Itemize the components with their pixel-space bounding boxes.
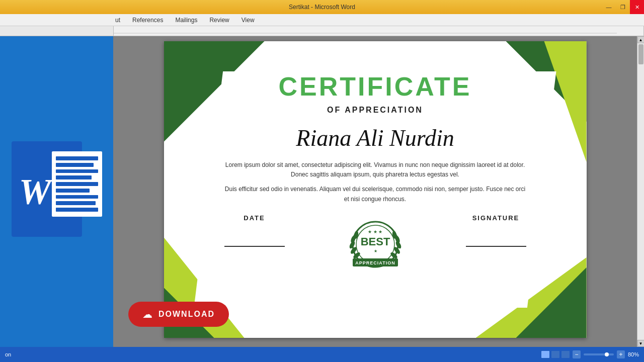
document-area: CERTIFICATE OF APPRECIATION Riana Ali Nu… bbox=[113, 36, 637, 347]
title-bar: Sertikat - Microsoft Word — ❐ ✕ bbox=[0, 0, 644, 14]
menu-references[interactable]: References bbox=[130, 17, 165, 24]
word-letter: W bbox=[19, 171, 51, 213]
svg-text:BEST: BEST bbox=[360, 235, 390, 248]
read-mode-icon[interactable] bbox=[551, 351, 559, 358]
close-button[interactable]: ✕ bbox=[630, 0, 644, 14]
left-sidebar: W bbox=[0, 36, 113, 347]
minimize-button[interactable]: — bbox=[602, 0, 616, 14]
date-line bbox=[224, 246, 285, 247]
certificate-body1: Lorem ipsum dolor sit amet, consectetur … bbox=[224, 160, 526, 179]
print-layout-icon[interactable] bbox=[541, 351, 549, 358]
word-logo: W bbox=[12, 141, 102, 242]
download-icon: ☁ bbox=[142, 308, 152, 320]
certificate-footer: DATE bbox=[204, 214, 546, 280]
certificate-content: CERTIFICATE OF APPRECIATION Riana Ali Nu… bbox=[164, 41, 587, 338]
zoom-out-button[interactable]: − bbox=[573, 350, 581, 358]
signature-line bbox=[466, 246, 526, 247]
certificate-title: CERTIFICATE bbox=[279, 71, 472, 102]
word-page-icon bbox=[52, 151, 102, 217]
web-layout-icon[interactable] bbox=[561, 351, 570, 358]
menu-review[interactable]: Review bbox=[207, 17, 231, 24]
ruler-bar bbox=[113, 26, 644, 36]
date-label: DATE bbox=[244, 214, 265, 222]
certificate-name: Riana Ali Nurdin bbox=[296, 125, 454, 151]
menu-bar: ut References Mailings Review View bbox=[0, 14, 644, 26]
right-scrollbar[interactable]: ▲ ▼ bbox=[637, 36, 644, 347]
download-label: DOWNLOAD bbox=[158, 310, 215, 319]
certificate-subtitle: OF APPRECIATION bbox=[327, 106, 423, 115]
scroll-track[interactable] bbox=[637, 43, 644, 340]
badge-svg: ★ ★ ★ BEST ★ APPRECIATION bbox=[343, 214, 408, 280]
certificate-body2: Duis efficitur sed odio in venenatis. Al… bbox=[224, 185, 526, 204]
page-info: on bbox=[5, 351, 11, 357]
ruler bbox=[0, 26, 644, 36]
svg-text:★: ★ bbox=[373, 249, 377, 253]
zoom-level: 80% bbox=[628, 351, 639, 357]
status-bar: on − + 80% bbox=[0, 347, 644, 362]
date-col: DATE bbox=[224, 214, 285, 247]
svg-rect-0 bbox=[114, 26, 643, 36]
menu-view[interactable]: View bbox=[239, 17, 257, 24]
status-left: on bbox=[5, 351, 11, 357]
certificate-badge: ★ ★ ★ BEST ★ APPRECIATION bbox=[343, 214, 408, 280]
zoom-in-button[interactable]: + bbox=[617, 350, 625, 358]
main-area: W CERTIFICATE O bbox=[0, 36, 644, 347]
menu-layout[interactable]: ut bbox=[113, 17, 122, 24]
certificate-document: CERTIFICATE OF APPRECIATION Riana Ali Nu… bbox=[164, 41, 587, 338]
menu-mailings[interactable]: Mailings bbox=[173, 17, 199, 24]
zoom-slider[interactable] bbox=[584, 353, 614, 355]
restore-button[interactable]: ❐ bbox=[616, 0, 630, 14]
download-button[interactable]: ☁ DOWNLOAD bbox=[128, 302, 229, 327]
status-right: − + 80% bbox=[541, 350, 639, 358]
scroll-down-button[interactable]: ▼ bbox=[637, 340, 645, 347]
svg-text:APPRECIATION: APPRECIATION bbox=[355, 260, 395, 265]
zoom-thumb bbox=[605, 352, 609, 356]
svg-text:★ ★ ★: ★ ★ ★ bbox=[368, 229, 382, 234]
scroll-thumb[interactable] bbox=[638, 44, 643, 64]
window-title: Sertikat - Microsoft Word bbox=[289, 4, 355, 11]
view-icons bbox=[541, 351, 570, 358]
signature-col: SIGNATURE bbox=[466, 214, 526, 247]
window-controls: — ❐ ✕ bbox=[602, 0, 644, 14]
scroll-up-button[interactable]: ▲ bbox=[637, 36, 645, 43]
signature-label: SIGNATURE bbox=[472, 214, 520, 222]
